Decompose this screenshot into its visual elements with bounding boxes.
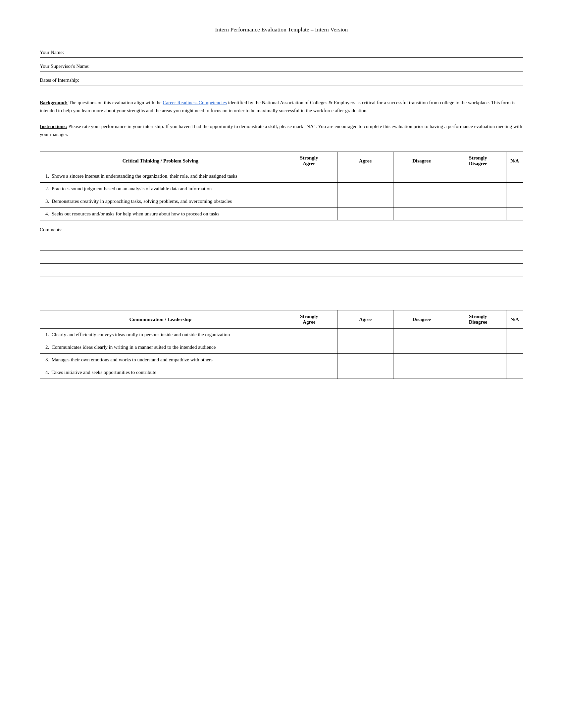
ct-q4-strongly-agree[interactable]	[281, 208, 337, 220]
num-prefix: 4.	[45, 211, 49, 216]
communication-leadership-table: Communication / Leadership StronglyAgree…	[40, 310, 523, 379]
cl-q1-agree[interactable]	[337, 329, 393, 341]
strongly-agree-header-2: StronglyAgree	[281, 310, 337, 329]
num-prefix: 3.	[45, 199, 49, 204]
ct-q1-agree[interactable]	[337, 170, 394, 183]
critical-thinking-category: Critical Thinking / Problem Solving	[40, 152, 281, 170]
cl-q1-strongly-agree[interactable]	[281, 329, 337, 341]
cl-q3-strongly-disagree[interactable]	[450, 354, 506, 366]
ct-q3-disagree[interactable]	[394, 195, 450, 208]
num-prefix: 3.	[45, 357, 49, 362]
cl-q3-disagree[interactable]	[394, 354, 450, 366]
na-header-1: N/A	[506, 152, 523, 170]
table-row: 3. Manages their own emotions and works …	[40, 354, 523, 366]
dates-line	[82, 83, 523, 84]
critical-thinking-table: Critical Thinking / Problem Solving Stro…	[40, 152, 523, 220]
ct-q4-strongly-disagree[interactable]	[450, 208, 506, 220]
cl-q3-na[interactable]	[506, 354, 523, 366]
dates-label: Dates of Internship:	[40, 77, 79, 84]
ct-q4-na[interactable]	[506, 208, 523, 220]
cl-q2-na[interactable]	[506, 341, 523, 354]
disagree-header-2: Disagree	[394, 310, 450, 329]
ct-q3-strongly-agree[interactable]	[281, 195, 337, 208]
cl-q1-strongly-disagree[interactable]	[450, 329, 506, 341]
ct-q1-na[interactable]	[506, 170, 523, 183]
table-row: 4. Seeks out resources and/or asks for h…	[40, 208, 523, 220]
cl-q2-strongly-disagree[interactable]	[450, 341, 506, 354]
cl-q1-disagree[interactable]	[394, 329, 450, 341]
ct-question-4: 4. Seeks out resources and/or asks for h…	[40, 208, 281, 220]
table-row: 4. Takes initiative and seeks opportunit…	[40, 366, 523, 379]
table-row: 3. Demonstrates creativity in approachin…	[40, 195, 523, 208]
table-row: 2. Communicates ideas clearly in writing…	[40, 341, 523, 354]
cl-q4-agree[interactable]	[337, 366, 393, 379]
cl-q1-na[interactable]	[506, 329, 523, 341]
your-name-field[interactable]: Your Name:	[40, 50, 523, 58]
cl-question-2: 2. Communicates ideas clearly in writing…	[40, 341, 281, 354]
cl-q4-disagree[interactable]	[394, 366, 450, 379]
instructions-label: Instructions:	[40, 124, 67, 129]
ct-q3-agree[interactable]	[337, 195, 394, 208]
cl-q4-strongly-disagree[interactable]	[450, 366, 506, 379]
agree-header-1: Agree	[337, 152, 394, 170]
cl-q2-disagree[interactable]	[394, 341, 450, 354]
ct-q3-na[interactable]	[506, 195, 523, 208]
cl-q3-agree[interactable]	[337, 354, 393, 366]
communication-leadership-category: Communication / Leadership	[40, 310, 281, 329]
disagree-header-1: Disagree	[394, 152, 450, 170]
num-prefix: 1.	[45, 173, 49, 179]
cl-q2-strongly-agree[interactable]	[281, 341, 337, 354]
cl-question-4: 4. Takes initiative and seeks opportunit…	[40, 366, 281, 379]
comment-line-1[interactable]	[40, 239, 523, 250]
comment-line-4[interactable]	[40, 278, 523, 290]
ct-question-1: 1. Shows a sincere interest in understan…	[40, 170, 281, 183]
section-gap	[40, 300, 523, 310]
strongly-agree-header-1: StronglyAgree	[281, 152, 337, 170]
comment-line-2[interactable]	[40, 252, 523, 264]
ct-q1-disagree[interactable]	[394, 170, 450, 183]
ct-q1-strongly-agree[interactable]	[281, 170, 337, 183]
supervisor-name-field[interactable]: Your Supervisor's Name:	[40, 64, 523, 71]
ct-q2-agree[interactable]	[337, 183, 394, 195]
table-row: 1. Clearly and efficiently conveys ideas…	[40, 329, 523, 341]
ct-q2-disagree[interactable]	[394, 183, 450, 195]
your-name-label: Your Name:	[40, 50, 64, 56]
cl-q4-na[interactable]	[506, 366, 523, 379]
comment-line-3[interactable]	[40, 265, 523, 277]
ct-q2-strongly-agree[interactable]	[281, 183, 337, 195]
instructions-section: Instructions: Please rate your performan…	[40, 122, 523, 138]
table-row: 2. Practices sound judgment based on an …	[40, 183, 523, 195]
agree-header-2: Agree	[337, 310, 393, 329]
ct-question-2: 2. Practices sound judgment based on an …	[40, 183, 281, 195]
instructions-text: Please rate your performance in your int…	[40, 124, 522, 137]
ct-q1-strongly-disagree[interactable]	[450, 170, 506, 183]
supervisor-name-line	[93, 69, 523, 70]
cl-q4-strongly-agree[interactable]	[281, 366, 337, 379]
cl-q3-strongly-agree[interactable]	[281, 354, 337, 366]
background-label: Background:	[40, 100, 68, 105]
ct-q4-agree[interactable]	[337, 208, 394, 220]
career-readiness-link[interactable]: Career Readiness Competencies	[163, 100, 227, 105]
supervisor-name-label: Your Supervisor's Name:	[40, 64, 89, 70]
page-title: Intern Performance Evaluation Template –…	[40, 26, 523, 33]
form-fields-section: Your Name: Your Supervisor's Name: Dates…	[40, 50, 523, 85]
strongly-disagree-header-1: StronglyDisagree	[450, 152, 506, 170]
ct-q2-strongly-disagree[interactable]	[450, 183, 506, 195]
ct-q3-strongly-disagree[interactable]	[450, 195, 506, 208]
num-prefix: 4.	[45, 370, 49, 375]
cl-question-1: 1. Clearly and efficiently conveys ideas…	[40, 329, 281, 341]
num-prefix: 1.	[45, 332, 49, 337]
comments-label: Comments:	[40, 227, 523, 233]
table-row: 1. Shows a sincere interest in understan…	[40, 170, 523, 183]
na-header-2: N/A	[506, 310, 523, 329]
strongly-disagree-header-2: StronglyDisagree	[450, 310, 506, 329]
dates-field[interactable]: Dates of Internship:	[40, 77, 523, 85]
cl-question-3: 3. Manages their own emotions and works …	[40, 354, 281, 366]
num-prefix: 2.	[45, 344, 49, 350]
cl-q2-agree[interactable]	[337, 341, 393, 354]
your-name-line	[67, 56, 523, 56]
ct-q2-na[interactable]	[506, 183, 523, 195]
background-section: Background: The questions on this evalua…	[40, 99, 523, 114]
comments-section: Comments:	[40, 227, 523, 290]
ct-q4-disagree[interactable]	[394, 208, 450, 220]
